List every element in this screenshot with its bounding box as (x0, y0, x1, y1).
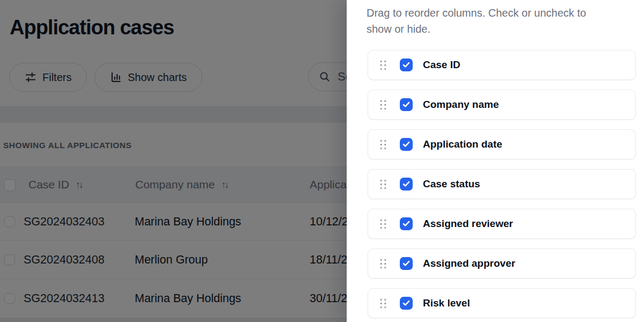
application-cases-screen: Application cases Filters (0, 0, 644, 322)
column-toggle-item[interactable]: Assigned approver (368, 248, 636, 279)
column-toggle-label: Company name (423, 99, 499, 111)
column-toggle-label: Assigned approver (423, 258, 515, 269)
column-toggle-label: Case status (423, 178, 480, 190)
column-checkbox-checked[interactable] (400, 217, 413, 230)
column-checkbox-checked[interactable] (400, 138, 413, 151)
column-toggle-item[interactable]: Application date (368, 129, 636, 159)
column-checkbox-checked[interactable] (400, 257, 413, 270)
column-toggle-item[interactable]: Case status (368, 169, 636, 199)
column-toggle-list: Case ID Company name (368, 50, 636, 322)
column-toggle-item[interactable]: Case ID (368, 50, 636, 80)
column-toggle-item[interactable]: Company name (368, 90, 636, 120)
column-toggle-label: Application date (423, 138, 502, 150)
column-toggle-item[interactable]: Risk level (368, 288, 636, 318)
drag-handle-icon[interactable] (380, 179, 386, 189)
column-toggle-label: Assigned reviewer (423, 218, 513, 230)
column-checkbox-checked[interactable] (400, 178, 413, 191)
column-toggle-item[interactable]: Assigned reviewer (368, 209, 636, 239)
column-checkbox-checked[interactable] (400, 297, 413, 310)
column-checkbox-checked[interactable] (400, 58, 413, 71)
column-settings-panel: Drag to reorder columns. Check or unchec… (347, 0, 644, 322)
drag-handle-icon[interactable] (380, 60, 386, 70)
drag-handle-icon[interactable] (380, 298, 386, 309)
drag-handle-icon[interactable] (380, 140, 386, 150)
overlay-scrim[interactable] (0, 0, 348, 322)
drag-handle-icon[interactable] (380, 219, 386, 229)
column-checkbox-checked[interactable] (400, 98, 413, 111)
panel-description: Drag to reorder columns. Check or unchec… (367, 5, 603, 37)
drag-handle-icon[interactable] (380, 259, 386, 269)
column-toggle-label: Case ID (423, 59, 460, 71)
column-toggle-label: Risk level (423, 297, 470, 309)
drag-handle-icon[interactable] (380, 100, 386, 110)
